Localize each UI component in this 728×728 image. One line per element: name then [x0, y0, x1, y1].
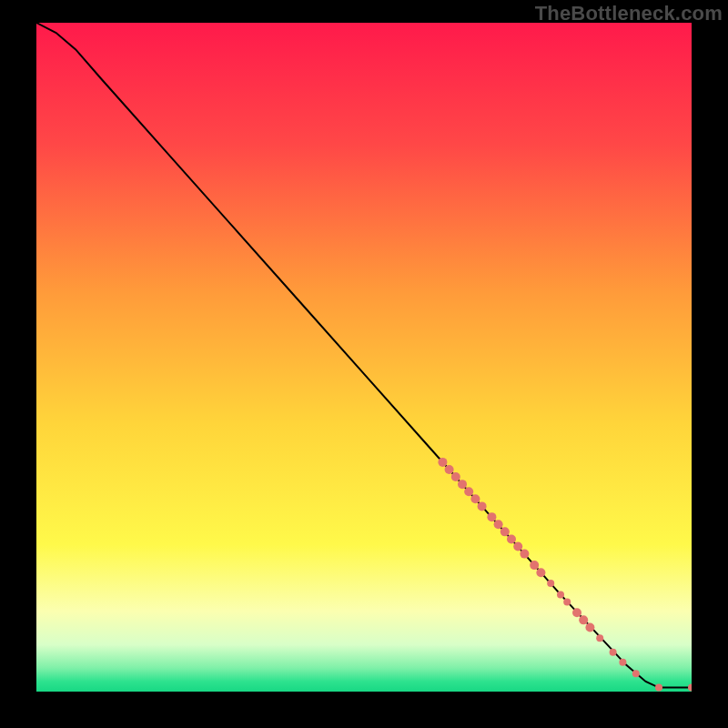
data-marker: [507, 534, 516, 543]
data-marker: [470, 494, 480, 503]
data-marker: [536, 568, 545, 577]
data-marker: [563, 599, 571, 606]
data-marker: [478, 501, 487, 511]
gradient-background: [36, 23, 692, 692]
data-marker: [632, 670, 640, 677]
data-marker: [464, 487, 473, 496]
data-marker: [585, 622, 594, 632]
data-marker: [547, 580, 554, 587]
data-marker: [500, 527, 510, 536]
chart-svg: [36, 23, 692, 692]
data-marker: [579, 615, 588, 624]
plot-area: [36, 23, 692, 692]
data-marker: [513, 542, 522, 551]
data-marker: [610, 649, 617, 656]
data-marker: [487, 512, 496, 521]
data-marker: [438, 458, 447, 467]
data-marker: [557, 591, 564, 598]
data-marker: [520, 550, 529, 559]
data-marker: [445, 465, 454, 474]
data-marker: [458, 480, 467, 489]
watermark-text: TheBottleneck.com: [535, 2, 723, 25]
data-marker: [494, 520, 503, 529]
data-marker: [596, 634, 603, 642]
data-marker: [655, 684, 662, 692]
data-marker: [451, 472, 460, 481]
data-marker: [530, 561, 539, 570]
data-marker: [619, 659, 626, 666]
chart-frame: TheBottleneck.com: [0, 0, 728, 728]
data-marker: [572, 608, 581, 617]
